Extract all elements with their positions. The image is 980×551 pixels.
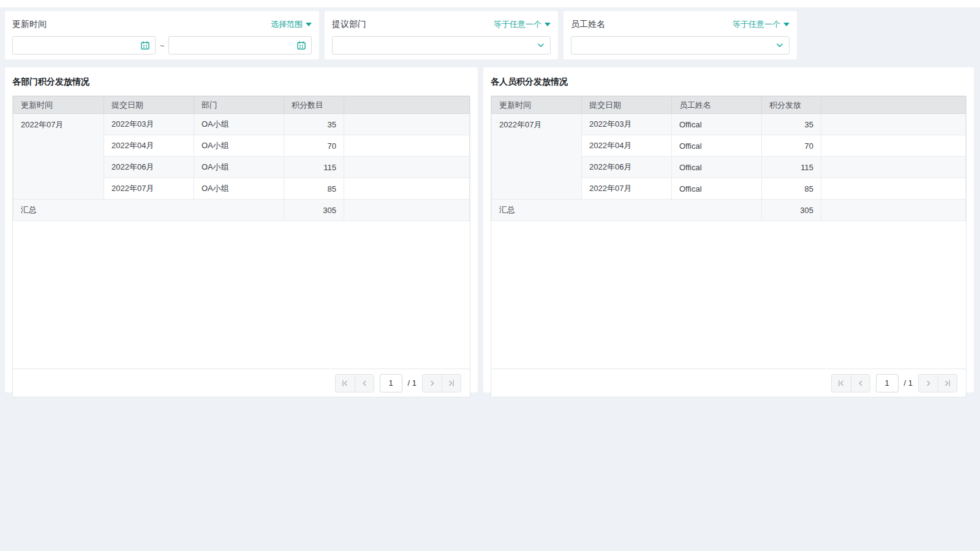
employee-points-panel: 各人员积分发放情况 更新时间 提交日期 员工姓名 积分发放 xyxy=(483,67,974,392)
submit-date-cell: 2022年07月 xyxy=(104,178,194,200)
dropdown-caret-icon xyxy=(545,23,551,26)
summary-row: 汇总 305 xyxy=(13,200,470,221)
panel-title: 各部门积分发放情况 xyxy=(12,77,470,88)
employee-name-cell: Offical xyxy=(672,114,762,135)
pagination-group-forward xyxy=(918,374,957,392)
chevron-down-icon[interactable] xyxy=(537,41,545,50)
employee-name-cell: Offical xyxy=(672,135,762,157)
start-date-input[interactable] xyxy=(13,37,155,54)
department-select[interactable] xyxy=(333,37,550,54)
submit-date-cell: 2022年03月 xyxy=(582,114,672,135)
table-row: 2022年07月 2022年03月 Offical 35 xyxy=(492,114,966,135)
empty-cell xyxy=(821,135,966,157)
department-cell: OA小组 xyxy=(194,157,284,178)
column-header-submit-date: 提交日期 xyxy=(104,97,194,114)
last-page-button[interactable] xyxy=(938,375,957,392)
end-date-input[interactable] xyxy=(169,37,311,54)
last-page-button[interactable] xyxy=(442,375,461,392)
column-header-update-time: 更新时间 xyxy=(492,97,582,114)
chevron-down-icon[interactable] xyxy=(775,41,784,50)
submit-date-cell: 2022年04月 xyxy=(582,135,672,157)
empty-cell xyxy=(344,178,470,200)
column-header-department: 部门 xyxy=(194,97,284,114)
table-header-row: 更新时间 提交日期 员工姓名 积分发放 xyxy=(492,97,966,114)
date-input-end-wrap xyxy=(168,36,312,54)
filter-operator-label: 选择范围 xyxy=(271,19,303,30)
empty-cell xyxy=(344,200,470,221)
table-frame: 更新时间 提交日期 员工姓名 积分发放 2022年07月 2022年03月 Of… xyxy=(491,96,967,397)
submit-date-cell: 2022年07月 xyxy=(582,178,672,200)
current-page-box[interactable]: 1 xyxy=(380,374,402,392)
employee-points-table: 更新时间 提交日期 员工姓名 积分发放 2022年07月 2022年03月 Of… xyxy=(491,96,966,221)
submit-date-cell: 2022年06月 xyxy=(582,157,672,178)
filter-operator-dropdown[interactable]: 选择范围 xyxy=(271,19,312,30)
page-total-label: / 1 xyxy=(408,378,417,388)
department-cell: OA小组 xyxy=(194,135,284,157)
filters-row: 更新时间 选择范围 ~ xyxy=(5,11,974,59)
submit-date-cell: 2022年06月 xyxy=(104,157,194,178)
department-select-wrap xyxy=(332,36,551,54)
points-cell: 70 xyxy=(284,135,344,157)
empty-cell xyxy=(821,200,966,221)
table-frame: 更新时间 提交日期 部门 积分数目 2022年07月 2022年03月 OA小组 xyxy=(12,96,470,397)
pagination: 1 / 1 xyxy=(491,369,966,397)
pagination-group-back xyxy=(831,374,870,392)
panel-title: 各人员积分发放情况 xyxy=(491,77,967,88)
update-time-cell: 2022年07月 xyxy=(13,114,104,200)
table-row: 2022年07月 2022年03月 OA小组 35 xyxy=(13,114,470,135)
filter-body: ~ xyxy=(12,36,312,54)
filter-label: 提议部门 xyxy=(332,19,366,30)
summary-value-cell: 305 xyxy=(284,200,344,221)
filter-head: 更新时间 选择范围 xyxy=(12,18,312,30)
filter-head: 提议部门 等于任意一个 xyxy=(332,18,551,30)
summary-value-cell: 305 xyxy=(762,200,821,221)
submit-date-cell: 2022年04月 xyxy=(104,135,194,157)
page-total-label: / 1 xyxy=(904,378,913,388)
filter-operator-dropdown[interactable]: 等于任意一个 xyxy=(733,19,790,30)
column-header-update-time: 更新时间 xyxy=(13,97,104,114)
table-empty-area xyxy=(491,221,966,369)
next-page-button[interactable] xyxy=(423,375,442,392)
filter-operator-label: 等于任意一个 xyxy=(494,19,541,30)
department-cell: OA小组 xyxy=(194,178,284,200)
empty-cell xyxy=(344,114,470,135)
table-empty-area xyxy=(13,221,470,369)
empty-cell xyxy=(344,135,470,157)
filter-card-department: 提议部门 等于任意一个 xyxy=(325,11,558,59)
filter-operator-label: 等于任意一个 xyxy=(733,19,780,30)
points-cell: 35 xyxy=(284,114,344,135)
next-page-button[interactable] xyxy=(919,375,938,392)
dropdown-caret-icon xyxy=(783,23,790,26)
column-header-empty xyxy=(821,97,966,114)
prev-page-button[interactable] xyxy=(355,375,374,392)
dashboard-page: 更新时间 选择范围 ~ xyxy=(0,7,980,551)
filter-card-update-time: 更新时间 选择范围 ~ xyxy=(5,11,319,59)
empty-cell xyxy=(821,114,966,135)
column-header-employee-name: 员工姓名 xyxy=(672,97,762,114)
points-cell: 70 xyxy=(762,135,821,157)
filter-body xyxy=(571,36,790,54)
filter-card-employee: 员工姓名 等于任意一个 xyxy=(564,11,797,59)
current-page-box[interactable]: 1 xyxy=(876,374,899,392)
calendar-icon[interactable] xyxy=(296,40,306,50)
employee-select-wrap xyxy=(571,36,790,54)
column-header-submit-date: 提交日期 xyxy=(582,97,672,114)
department-points-panel: 各部门积分发放情况 更新时间 提交日期 部门 积分数目 xyxy=(5,67,478,392)
prev-page-button[interactable] xyxy=(851,375,870,392)
date-input-start-wrap xyxy=(12,36,156,54)
first-page-button[interactable] xyxy=(336,375,355,392)
employee-name-cell: Offical xyxy=(672,157,762,178)
column-header-points: 积分发放 xyxy=(762,97,821,114)
first-page-button[interactable] xyxy=(832,375,851,392)
filter-operator-dropdown[interactable]: 等于任意一个 xyxy=(494,19,551,30)
employee-name-cell: Offical xyxy=(672,178,762,200)
pagination-group-forward xyxy=(422,374,461,392)
employee-select[interactable] xyxy=(571,37,789,54)
points-cell: 35 xyxy=(762,114,821,135)
filter-label: 员工姓名 xyxy=(571,19,605,30)
column-header-points: 积分数目 xyxy=(284,97,344,114)
empty-cell xyxy=(821,157,966,178)
content-row: 各部门积分发放情况 更新时间 提交日期 部门 积分数目 xyxy=(5,67,974,392)
calendar-icon[interactable] xyxy=(140,40,150,50)
submit-date-cell: 2022年03月 xyxy=(104,114,194,135)
